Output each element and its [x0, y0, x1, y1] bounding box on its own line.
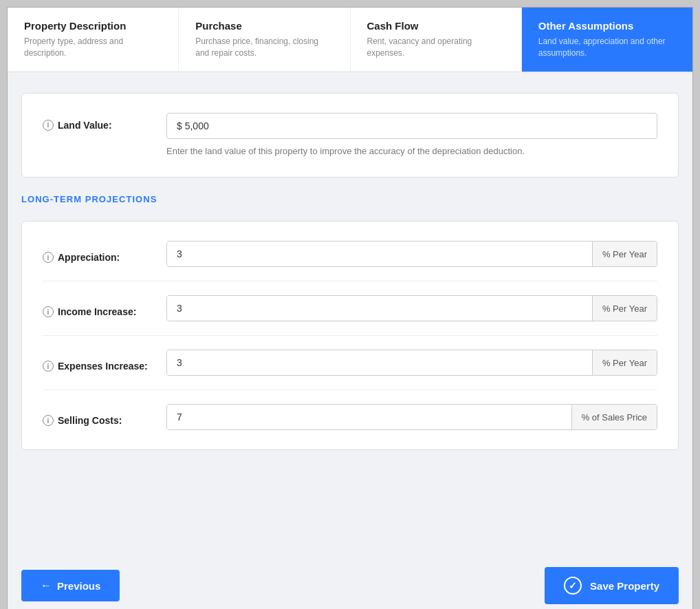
projections-card: i Appreciation: % Per Year i Income Incr… — [21, 221, 679, 450]
land-value-hint: Enter the land value of this property to… — [166, 145, 657, 158]
tab-cash-flow-title: Cash Flow — [367, 20, 505, 32]
main-content: i Land Value: Enter the land value of th… — [8, 72, 692, 556]
income-increase-suffix: % Per Year — [592, 296, 657, 321]
tab-purchase-title: Purchase — [195, 20, 333, 32]
tab-property-description-title: Property Description — [24, 20, 162, 32]
income-increase-input[interactable] — [167, 296, 592, 321]
income-increase-label: i Income Increase: — [43, 299, 153, 317]
projection-row-income-increase: i Income Increase: % Per Year — [43, 281, 657, 336]
tab-other-assumptions-title: Other Assumptions — [538, 20, 676, 32]
land-value-card: i Land Value: Enter the land value of th… — [21, 93, 679, 178]
projection-row-expenses-increase: i Expenses Increase: % Per Year — [43, 336, 657, 390]
tab-purchase-desc: Purchase price, financing, closing and r… — [195, 36, 333, 59]
previous-button[interactable]: ← Previous — [21, 570, 120, 601]
projections-heading: LONG-TERM PROJECTIONS — [21, 194, 679, 204]
appreciation-input-group: % Per Year — [166, 241, 657, 267]
save-property-button[interactable]: ✓ Save Property — [545, 567, 679, 604]
selling-costs-suffix: % of Sales Price — [571, 405, 657, 429]
tab-property-description[interactable]: Property Description Property type, addr… — [8, 8, 179, 72]
land-value-field-right: Enter the land value of this property to… — [166, 113, 657, 158]
tab-other-assumptions-desc: Land value, appreciation and other assum… — [538, 36, 676, 59]
appreciation-label: i Appreciation: — [43, 245, 153, 263]
footer: ← Previous ✓ Save Property — [8, 556, 692, 609]
tab-property-description-desc: Property type, address and description. — [24, 36, 162, 59]
expenses-increase-info-icon[interactable]: i — [43, 361, 54, 372]
income-increase-input-group: % Per Year — [166, 295, 657, 321]
check-circle-icon: ✓ — [564, 577, 582, 595]
land-value-info-icon[interactable]: i — [43, 120, 54, 131]
tab-other-assumptions[interactable]: Other Assumptions Land value, appreciati… — [522, 8, 692, 72]
land-value-label: i Land Value: — [43, 113, 153, 131]
selling-costs-info-icon[interactable]: i — [43, 415, 54, 426]
selling-costs-input[interactable] — [167, 405, 571, 429]
appreciation-suffix: % Per Year — [592, 242, 657, 266]
app-container: Property Description Property type, addr… — [7, 7, 693, 609]
nav-tabs: Property Description Property type, addr… — [8, 8, 692, 72]
arrow-left-icon: ← — [41, 579, 52, 592]
expenses-increase-input[interactable] — [167, 350, 592, 375]
tab-cash-flow[interactable]: Cash Flow Rent, vacancy and operating ex… — [351, 8, 522, 72]
projection-row-appreciation: i Appreciation: % Per Year — [43, 241, 657, 281]
selling-costs-input-group: % of Sales Price — [166, 404, 657, 430]
land-value-input[interactable] — [166, 113, 657, 139]
tab-purchase[interactable]: Purchase Purchase price, financing, clos… — [179, 8, 350, 72]
income-increase-info-icon[interactable]: i — [43, 306, 54, 317]
expenses-increase-input-group: % Per Year — [166, 350, 657, 376]
projection-row-selling-costs: i Selling Costs: % of Sales Price — [43, 390, 657, 430]
appreciation-input[interactable] — [167, 242, 592, 266]
projections-section: LONG-TERM PROJECTIONS — [21, 194, 679, 204]
selling-costs-label: i Selling Costs: — [43, 408, 153, 426]
land-value-row: i Land Value: Enter the land value of th… — [43, 113, 657, 158]
expenses-increase-label: i Expenses Increase: — [43, 354, 153, 372]
expenses-increase-suffix: % Per Year — [592, 350, 657, 375]
tab-cash-flow-desc: Rent, vacancy and operating expenses. — [367, 36, 505, 59]
appreciation-info-icon[interactable]: i — [43, 252, 54, 263]
